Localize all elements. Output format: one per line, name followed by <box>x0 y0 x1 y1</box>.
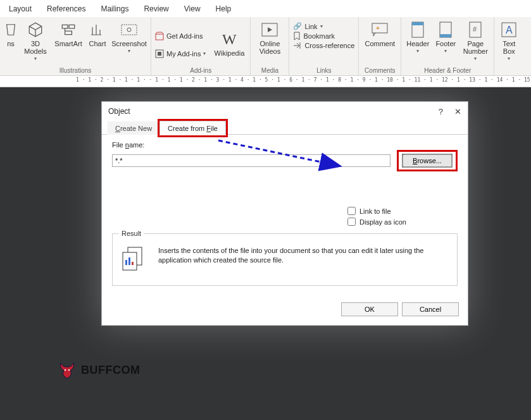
checkbox-icon[interactable] <box>347 207 356 215</box>
dialog-titlebar: Object ? ✕ <box>102 102 468 121</box>
wikipedia-button[interactable]: W Wikipedia <box>212 30 246 57</box>
online-videos-button[interactable]: Online Videos <box>254 21 285 55</box>
result-legend: Result <box>119 230 144 237</box>
3d-models-label: 3D Models <box>24 40 46 55</box>
svg-rect-11 <box>440 34 451 37</box>
close-button[interactable]: ✕ <box>454 107 461 116</box>
footer-button[interactable]: Footer▾ <box>433 21 458 54</box>
help-button[interactable]: ? <box>439 107 443 116</box>
tab-view[interactable]: View <box>184 4 201 13</box>
my-addins-button[interactable]: My Add-ins ▾ <box>155 49 206 58</box>
svg-text:#: # <box>473 25 477 33</box>
file-name-input[interactable] <box>112 154 390 167</box>
screenshot-label: Screenshot <box>111 40 147 47</box>
dialog-title: Object <box>108 107 130 116</box>
cancel-button[interactable]: Cancel <box>402 302 459 316</box>
group-links: 🔗Link▾ Bookmark Cross-reference Links <box>289 17 359 75</box>
bookmark-label: Bookmark <box>303 32 335 40</box>
tab-review[interactable]: Review <box>144 4 168 13</box>
svg-point-23 <box>68 369 70 371</box>
page-number-icon: # <box>466 21 484 39</box>
icons-button[interactable]: ns <box>4 21 18 47</box>
my-addins-label: My Add-ins <box>166 50 201 58</box>
browse-button[interactable]: Browse... <box>403 154 452 167</box>
addins-icon <box>155 49 164 58</box>
object-dialog: Object ? ✕ Create New Create from File F… <box>101 101 468 326</box>
page-number-label: Page Number <box>463 40 488 55</box>
3d-models-button[interactable]: 3D Models ▾ <box>20 21 51 62</box>
crossref-icon <box>293 42 302 49</box>
get-addins-label: Get Add-ins <box>166 32 203 40</box>
chart-button[interactable]: Chart <box>86 21 109 47</box>
result-text: Inserts the contents of the file into yo… <box>158 246 451 265</box>
smartart-icon <box>59 21 77 39</box>
chevron-down-icon: ▾ <box>474 56 477 62</box>
group-label-illustrations: Illustrations <box>4 67 147 75</box>
checkbox-icon[interactable] <box>347 218 356 226</box>
chart-label: Chart <box>89 40 106 47</box>
watermark-logo: BUFFCOM <box>58 361 140 380</box>
text-box-label: Text Box <box>503 40 515 55</box>
chevron-down-icon: ▾ <box>320 23 323 29</box>
group-label-addins: Add-ins <box>155 67 246 75</box>
link-to-file-checkbox[interactable]: Link to file <box>347 207 458 215</box>
group-comments: + Comment Comments <box>359 17 401 75</box>
watermark-text: BUFFCOM <box>81 364 140 377</box>
crossref-button[interactable]: Cross-reference <box>293 42 354 49</box>
video-icon <box>261 21 278 39</box>
smartart-button[interactable]: SmartArt <box>53 21 84 47</box>
chevron-down-icon: ▾ <box>203 51 206 56</box>
header-button[interactable]: Header▾ <box>405 21 430 54</box>
comment-label: Comment <box>365 40 395 47</box>
comment-button[interactable]: + Comment <box>363 21 397 47</box>
horizontal-ruler: 1 · 1 · 2 · 1 · 1 · 1 · · 1 · 1 · 1 · 2 … <box>0 76 531 87</box>
page-number-button[interactable]: # Page Number▾ <box>461 21 490 62</box>
group-text: A Text Box▾ <box>494 17 523 75</box>
store-icon <box>155 32 164 40</box>
svg-rect-18 <box>125 260 127 265</box>
chevron-down-icon: ▾ <box>128 49 130 54</box>
svg-rect-4 <box>158 52 161 56</box>
link-icon: 🔗 <box>293 22 302 30</box>
group-addins: Get Add-ins My Add-ins ▾ W Wikipedia Add… <box>151 17 251 75</box>
display-as-icon-checkbox[interactable]: Display as icon <box>347 218 458 226</box>
cube-icon <box>27 21 44 39</box>
wikipedia-icon: W <box>220 30 238 48</box>
group-label-links: Links <box>293 67 354 75</box>
tab-help[interactable]: Help <box>216 4 232 13</box>
header-icon <box>409 21 427 39</box>
chart-icon <box>89 21 106 39</box>
bookmark-icon <box>293 32 301 40</box>
wikipedia-label: Wikipedia <box>215 49 245 57</box>
tab-mailings[interactable]: Mailings <box>101 4 128 13</box>
ok-button[interactable]: OK <box>341 302 398 316</box>
tab-references[interactable]: References <box>47 4 85 13</box>
get-addins-button[interactable]: Get Add-ins <box>155 32 206 40</box>
display-as-icon-label: Display as icon <box>359 218 406 226</box>
svg-rect-20 <box>132 262 134 265</box>
chevron-down-icon: ▾ <box>416 49 419 54</box>
svg-text:A: A <box>506 25 513 35</box>
tab-create-from-file[interactable]: Create from File <box>159 121 226 135</box>
screenshot-button[interactable]: Screenshot ▾ <box>111 21 147 54</box>
svg-text:+: + <box>376 25 380 32</box>
svg-point-22 <box>65 369 66 371</box>
comment-icon: + <box>371 21 389 39</box>
text-box-button[interactable]: A Text Box▾ <box>498 21 520 62</box>
bookmark-button[interactable]: Bookmark <box>293 32 354 40</box>
svg-rect-6 <box>372 23 387 33</box>
smartart-label: SmartArt <box>54 40 82 47</box>
tab-create-new[interactable]: Create New <box>107 121 160 135</box>
icons-icon <box>2 21 20 39</box>
result-icon <box>119 246 149 271</box>
svg-rect-19 <box>128 257 130 265</box>
chevron-down-icon: ▾ <box>34 56 37 62</box>
svg-rect-9 <box>412 22 423 25</box>
file-name-label: File name: <box>112 141 458 149</box>
tab-layout[interactable]: Layout <box>9 4 32 13</box>
link-to-file-label: Link to file <box>359 207 391 215</box>
header-label: Header <box>406 40 429 47</box>
footer-label: Footer <box>435 40 456 47</box>
link-button[interactable]: 🔗Link▾ <box>293 22 354 30</box>
highlight-annotation: Browse... <box>397 150 458 171</box>
